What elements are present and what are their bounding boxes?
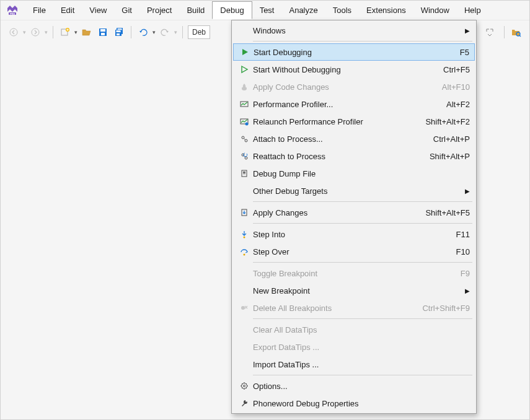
menu-label: Relaunch Performance Profiler: [253, 117, 408, 126]
menu-label: Apply Code Changes: [253, 82, 408, 92]
dropdown-chevron-icon[interactable]: ▾: [23, 29, 26, 35]
delete-breakpoints-icon: [236, 304, 253, 312]
svg-point-3: [32, 28, 39, 36]
menu-apply-code-changes: Apply Code Changes Alt+F10: [232, 78, 476, 95]
undo-icon[interactable]: [136, 25, 150, 39]
menu-project[interactable]: Project: [139, 2, 179, 19]
menu-label: Windows: [253, 26, 462, 35]
menu-label: Step Over: [253, 247, 408, 256]
menu-reattach-process[interactable]: Reattach to Process Shift+Alt+P: [232, 147, 476, 165]
menu-start-debugging[interactable]: Start Debugging F5: [233, 43, 475, 61]
reattach-icon: [236, 152, 253, 160]
svg-point-18: [242, 136, 244, 139]
menu-shortcut: Shift+Alt+P: [408, 152, 470, 161]
menu-separator: [253, 41, 472, 42]
toolbar-overflow-icon[interactable]: [483, 25, 497, 39]
dropdown-chevron-icon[interactable]: ▾: [152, 29, 156, 35]
svg-point-27: [244, 254, 245, 256]
wrench-icon: [236, 399, 253, 408]
new-item-icon[interactable]: [58, 25, 72, 39]
dropdown-chevron-icon[interactable]: ▾: [174, 29, 177, 35]
menu-shortcut: Shift+Alt+F2: [408, 117, 470, 126]
submenu-arrow-icon: ▶: [462, 188, 470, 195]
gear-icon: [236, 382, 253, 390]
menu-file[interactable]: File: [25, 2, 53, 19]
menu-label: Delete All Breakpoints: [253, 304, 408, 313]
menu-label: Other Debug Targets: [253, 186, 462, 196]
profiler-relaunch-icon: [236, 117, 253, 126]
toolbar-divider: [504, 26, 505, 38]
menu-label: Reattach to Process: [253, 152, 408, 161]
menu-performance-profiler[interactable]: Performance Profiler... Alt+F2: [232, 95, 476, 113]
menubar: PRE File Edit View Git Project Build Deb…: [1, 1, 529, 20]
menu-relaunch-profiler[interactable]: Relaunch Performance Profiler Shift+Alt+…: [232, 113, 476, 130]
submenu-arrow-icon: ▶: [462, 27, 470, 34]
menu-window[interactable]: Window: [413, 2, 457, 19]
open-folder-icon[interactable]: [80, 25, 94, 39]
svg-point-17: [245, 123, 249, 126]
apply-changes-icon: [236, 208, 253, 217]
svg-point-30: [244, 385, 245, 387]
toolbar-divider: [53, 26, 53, 38]
submenu-arrow-icon: ▶: [462, 287, 470, 294]
menu-debug[interactable]: Debug: [212, 1, 252, 19]
menu-shortcut: Alt+F2: [408, 100, 470, 109]
svg-rect-7: [100, 29, 105, 32]
menu-attach-process[interactable]: Attach to Process... Ctrl+Alt+P: [232, 130, 476, 147]
svg-rect-13: [117, 33, 120, 35]
menu-analyze[interactable]: Analyze: [281, 2, 325, 19]
config-combo[interactable]: Deb: [188, 25, 210, 39]
dump-file-icon: [236, 169, 253, 178]
menu-options[interactable]: Options...: [232, 377, 476, 395]
dropdown-chevron-icon[interactable]: ▾: [74, 29, 77, 35]
menu-separator: [253, 375, 472, 375]
svg-rect-23: [243, 172, 245, 173]
menu-start-without-debugging[interactable]: Start Without Debugging Ctrl+F5: [232, 61, 476, 78]
svg-point-26: [244, 237, 245, 238]
menu-clear-datatips: Clear All DataTips: [232, 321, 476, 338]
menu-windows[interactable]: Windows ▶: [232, 22, 476, 39]
svg-point-21: [245, 157, 247, 159]
svg-point-28: [241, 306, 245, 310]
menu-label: Clear All DataTips: [253, 325, 408, 335]
save-icon[interactable]: [96, 25, 110, 39]
menu-step-over[interactable]: Step Over F10: [232, 243, 476, 260]
find-in-files-icon[interactable]: [510, 25, 523, 39]
nav-forward-icon[interactable]: [29, 25, 42, 39]
menu-edit[interactable]: Edit: [53, 2, 82, 19]
menu-label: Step Into: [253, 230, 408, 239]
menu-delete-breakpoints: Delete All Breakpoints Ctrl+Shift+F9: [232, 299, 476, 317]
save-all-icon[interactable]: [112, 25, 126, 39]
menu-shortcut: Ctrl+F5: [408, 65, 470, 74]
svg-point-2: [10, 28, 17, 36]
menu-view[interactable]: View: [82, 2, 114, 19]
redo-icon[interactable]: [158, 25, 172, 39]
nav-back-icon[interactable]: [7, 25, 20, 39]
menu-new-breakpoint[interactable]: New Breakpoint ▶: [232, 282, 476, 299]
menu-label: Debug Dump File: [253, 169, 408, 178]
menu-label: Performance Profiler...: [253, 100, 408, 109]
menu-extensions[interactable]: Extensions: [359, 2, 413, 19]
menu-debug-properties[interactable]: Phoneword Debug Properties: [232, 395, 476, 412]
dropdown-chevron-icon[interactable]: ▾: [45, 29, 48, 35]
menu-import-datatips[interactable]: Import DataTips ...: [232, 356, 476, 373]
svg-rect-8: [101, 33, 105, 35]
menu-build[interactable]: Build: [179, 2, 212, 19]
menu-separator: [253, 201, 472, 202]
svg-text:PRE: PRE: [10, 12, 15, 15]
menu-shortcut: F10: [408, 247, 470, 256]
menu-debug-dump-file[interactable]: Debug Dump File: [232, 165, 476, 182]
menu-help[interactable]: Help: [457, 2, 488, 19]
menu-tools[interactable]: Tools: [325, 2, 359, 19]
menu-step-into[interactable]: Step Into F11: [232, 225, 476, 243]
svg-rect-24: [243, 173, 245, 174]
menu-shortcut: F11: [408, 230, 470, 239]
menu-git[interactable]: Git: [114, 2, 139, 19]
menu-label: Start Debugging: [254, 48, 407, 57]
menu-label: Attach to Process...: [253, 134, 408, 144]
menu-label: Toggle Breakpoint: [253, 269, 408, 278]
menu-apply-changes[interactable]: Apply Changes Shift+Alt+F5: [232, 204, 476, 221]
menu-test[interactable]: Test: [252, 2, 282, 19]
menu-other-debug-targets[interactable]: Other Debug Targets ▶: [232, 182, 476, 199]
svg-rect-12: [117, 30, 121, 32]
